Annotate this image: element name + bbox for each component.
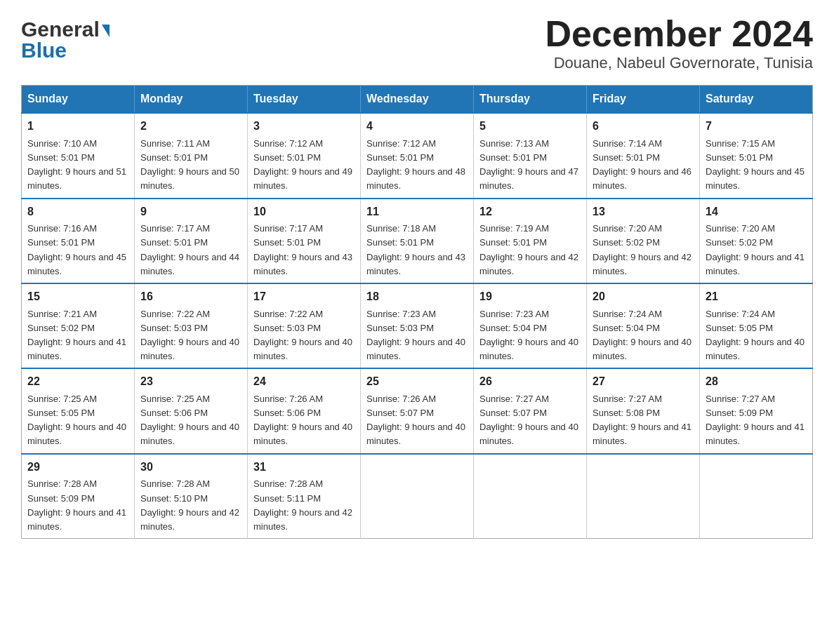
- day-number: 28: [706, 373, 807, 391]
- daylight-label: Daylight: 9 hours and 41 minutes.: [706, 252, 805, 276]
- sunrise-label: Sunrise: 7:25 AM: [140, 394, 210, 404]
- day-number: 11: [366, 203, 468, 221]
- daylight-label: Daylight: 9 hours and 47 minutes.: [479, 166, 578, 191]
- calendar-cell: 17 Sunrise: 7:22 AM Sunset: 5:03 PM Dayl…: [248, 283, 361, 368]
- sunset-label: Sunset: 5:01 PM: [253, 237, 321, 248]
- day-number: 4: [366, 118, 468, 135]
- calendar-cell: 8 Sunrise: 7:16 AM Sunset: 5:01 PM Dayli…: [22, 199, 135, 283]
- daylight-label: Daylight: 9 hours and 45 minutes.: [27, 252, 126, 276]
- daylight-label: Daylight: 9 hours and 46 minutes.: [593, 166, 691, 191]
- sunrise-label: Sunrise: 7:14 AM: [593, 138, 662, 149]
- day-number: 21: [706, 288, 807, 306]
- day-number: 8: [27, 203, 128, 221]
- sunrise-label: Sunrise: 7:23 AM: [479, 309, 549, 319]
- daylight-label: Daylight: 9 hours and 49 minutes.: [253, 166, 352, 191]
- daylight-label: Daylight: 9 hours and 40 minutes.: [366, 337, 465, 361]
- sunset-label: Sunset: 5:05 PM: [706, 323, 773, 333]
- daylight-label: Daylight: 9 hours and 40 minutes.: [140, 422, 239, 446]
- calendar-cell: 10 Sunrise: 7:17 AM Sunset: 5:01 PM Dayl…: [248, 199, 361, 283]
- day-number: 20: [593, 288, 694, 306]
- daylight-label: Daylight: 9 hours and 40 minutes.: [140, 337, 239, 361]
- sunrise-label: Sunrise: 7:17 AM: [140, 223, 210, 234]
- calendar-week-row: 22 Sunrise: 7:25 AM Sunset: 5:05 PM Dayl…: [22, 368, 813, 453]
- weekday-header-sunday: Sunday: [22, 86, 135, 114]
- calendar-cell: 19 Sunrise: 7:23 AM Sunset: 5:04 PM Dayl…: [474, 283, 587, 368]
- sunrise-label: Sunrise: 7:21 AM: [27, 309, 97, 319]
- sunset-label: Sunset: 5:11 PM: [253, 493, 321, 504]
- logo-general: General: [21, 18, 100, 41]
- daylight-label: Daylight: 9 hours and 42 minutes.: [253, 507, 352, 532]
- calendar-cell: 5 Sunrise: 7:13 AM Sunset: 5:01 PM Dayli…: [474, 113, 587, 198]
- sunrise-label: Sunrise: 7:11 AM: [140, 138, 210, 149]
- logo: General Blue: [21, 14, 110, 62]
- daylight-label: Daylight: 9 hours and 41 minutes.: [593, 422, 691, 446]
- daylight-label: Daylight: 9 hours and 40 minutes.: [706, 337, 805, 361]
- calendar-cell: 20 Sunrise: 7:24 AM Sunset: 5:04 PM Dayl…: [587, 283, 700, 368]
- sunset-label: Sunset: 5:01 PM: [140, 152, 208, 163]
- sunrise-label: Sunrise: 7:28 AM: [140, 478, 210, 489]
- daylight-label: Daylight: 9 hours and 41 minutes.: [27, 337, 126, 361]
- calendar-cell: [700, 454, 813, 539]
- day-number: 22: [27, 373, 128, 391]
- daylight-label: Daylight: 9 hours and 40 minutes.: [253, 422, 352, 446]
- daylight-label: Daylight: 9 hours and 51 minutes.: [27, 166, 126, 191]
- calendar-cell: 9 Sunrise: 7:17 AM Sunset: 5:01 PM Dayli…: [135, 199, 248, 283]
- sunset-label: Sunset: 5:01 PM: [140, 237, 208, 248]
- sunrise-label: Sunrise: 7:24 AM: [706, 309, 775, 319]
- day-number: 27: [593, 373, 694, 391]
- calendar-cell: 26 Sunrise: 7:27 AM Sunset: 5:07 PM Dayl…: [474, 368, 587, 453]
- sunrise-label: Sunrise: 7:12 AM: [253, 138, 323, 149]
- day-number: 25: [366, 373, 468, 391]
- daylight-label: Daylight: 9 hours and 42 minutes.: [140, 507, 239, 532]
- calendar-cell: 18 Sunrise: 7:23 AM Sunset: 5:03 PM Dayl…: [361, 283, 474, 368]
- sunset-label: Sunset: 5:03 PM: [253, 323, 321, 333]
- day-number: 7: [706, 118, 807, 135]
- calendar-cell: 11 Sunrise: 7:18 AM Sunset: 5:01 PM Dayl…: [361, 199, 474, 283]
- calendar-cell: 21 Sunrise: 7:24 AM Sunset: 5:05 PM Dayl…: [700, 283, 813, 368]
- sunset-label: Sunset: 5:03 PM: [366, 323, 434, 333]
- sunset-label: Sunset: 5:09 PM: [27, 493, 95, 504]
- sunset-label: Sunset: 5:01 PM: [253, 152, 321, 163]
- day-number: 5: [479, 118, 581, 135]
- sunset-label: Sunset: 5:01 PM: [27, 152, 95, 163]
- calendar-header-row: SundayMondayTuesdayWednesdayThursdayFrid…: [22, 86, 813, 114]
- sunrise-label: Sunrise: 7:26 AM: [366, 394, 436, 404]
- daylight-label: Daylight: 9 hours and 40 minutes.: [479, 422, 578, 446]
- sunset-label: Sunset: 5:09 PM: [706, 408, 773, 418]
- sunrise-label: Sunrise: 7:15 AM: [706, 138, 775, 149]
- sunset-label: Sunset: 5:02 PM: [706, 237, 773, 248]
- calendar-cell: 29 Sunrise: 7:28 AM Sunset: 5:09 PM Dayl…: [22, 454, 135, 539]
- calendar-cell: 25 Sunrise: 7:26 AM Sunset: 5:07 PM Dayl…: [361, 368, 474, 453]
- day-number: 10: [253, 203, 355, 221]
- day-number: 29: [27, 459, 128, 476]
- daylight-label: Daylight: 9 hours and 42 minutes.: [479, 252, 578, 276]
- sunrise-label: Sunrise: 7:25 AM: [27, 394, 97, 404]
- calendar-cell: 30 Sunrise: 7:28 AM Sunset: 5:10 PM Dayl…: [135, 454, 248, 539]
- sunset-label: Sunset: 5:04 PM: [479, 323, 547, 333]
- calendar-week-row: 8 Sunrise: 7:16 AM Sunset: 5:01 PM Dayli…: [22, 199, 813, 283]
- day-number: 3: [253, 118, 355, 135]
- sunrise-label: Sunrise: 7:24 AM: [593, 309, 662, 319]
- daylight-label: Daylight: 9 hours and 45 minutes.: [706, 166, 805, 191]
- logo-blue: Blue: [21, 39, 110, 62]
- daylight-label: Daylight: 9 hours and 48 minutes.: [366, 166, 465, 191]
- calendar-cell: [587, 454, 700, 539]
- calendar-cell: 3 Sunrise: 7:12 AM Sunset: 5:01 PM Dayli…: [248, 113, 361, 198]
- calendar-cell: 31 Sunrise: 7:28 AM Sunset: 5:11 PM Dayl…: [248, 454, 361, 539]
- daylight-label: Daylight: 9 hours and 40 minutes.: [593, 337, 691, 361]
- daylight-label: Daylight: 9 hours and 40 minutes.: [479, 337, 578, 361]
- weekday-header-thursday: Thursday: [474, 86, 587, 114]
- calendar-week-row: 29 Sunrise: 7:28 AM Sunset: 5:09 PM Dayl…: [22, 454, 813, 539]
- sunset-label: Sunset: 5:01 PM: [366, 237, 434, 248]
- sunrise-label: Sunrise: 7:22 AM: [253, 309, 323, 319]
- sunrise-label: Sunrise: 7:20 AM: [706, 223, 775, 234]
- logo-arrow-icon: [102, 18, 110, 41]
- sunrise-label: Sunrise: 7:23 AM: [366, 309, 436, 319]
- daylight-label: Daylight: 9 hours and 50 minutes.: [140, 166, 239, 191]
- calendar-cell: 2 Sunrise: 7:11 AM Sunset: 5:01 PM Dayli…: [135, 113, 248, 198]
- daylight-label: Daylight: 9 hours and 41 minutes.: [27, 507, 126, 532]
- weekday-header-saturday: Saturday: [700, 86, 813, 114]
- sunset-label: Sunset: 5:08 PM: [593, 408, 660, 418]
- page-title: December 2024: [545, 14, 813, 54]
- page-subtitle: Douane, Nabeul Governorate, Tunisia: [545, 54, 813, 72]
